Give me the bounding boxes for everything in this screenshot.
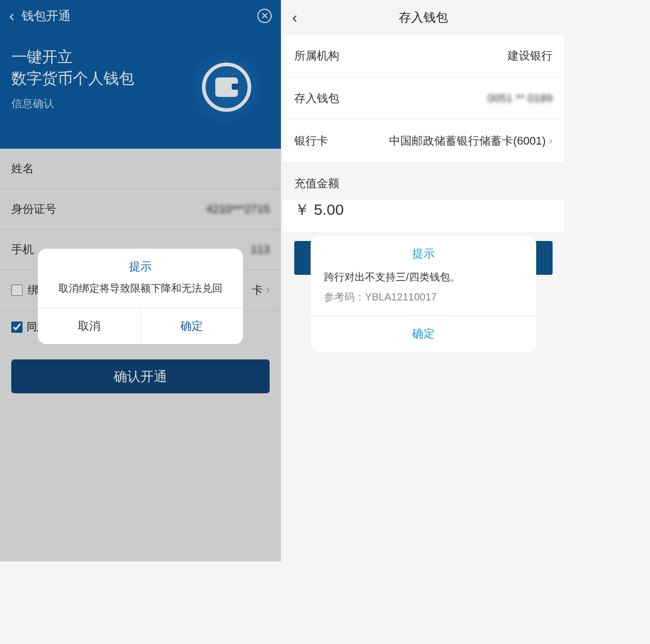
modal-overlay: 提示 取消绑定将导致限额下降和无法兑回 取消 确定 [0,0,281,561]
ok-button[interactable]: 确定 [141,308,243,344]
dialog-message: 取消绑定将导致限额下降和无法兑回 [38,281,243,308]
dialog-message: 跨行对出不支持三/四类钱包。 [311,269,536,290]
dialog-ref: 参考码：YBLA12110017 [311,290,536,315]
left-screen: ‹ 钱包开通 ✕ 一键开立 数字货币个人钱包 信息确认 姓名 身份证号 4210… [0,0,281,561]
ok-button[interactable]: 确定 [311,315,536,352]
modal-overlay: 提示 跨行对出不支持三/四类钱包。 参考码：YBLA12110017 确定 [283,0,564,561]
cancel-button[interactable]: 取消 [38,308,141,344]
alert-dialog: 提示 跨行对出不支持三/四类钱包。 参考码：YBLA12110017 确定 [311,236,536,352]
dialog-title: 提示 [311,236,536,269]
dialog-title: 提示 [38,249,243,281]
right-screen: ‹ 存入钱包 所属机构 建设银行 存入钱包 0051 ** 0189 银行卡 中… [283,0,564,561]
alert-dialog: 提示 取消绑定将导致限额下降和无法兑回 取消 确定 [38,249,243,344]
